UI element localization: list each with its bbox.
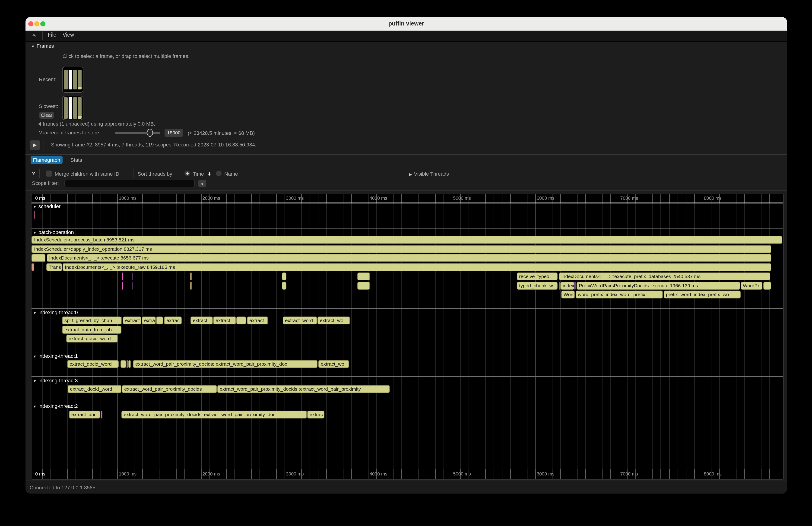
scope-bar[interactable]: split_grenad_by_chun xyxy=(62,317,121,324)
thread-header[interactable]: ▼indexing-thread:2 xyxy=(33,403,78,409)
scope-bar[interactable] xyxy=(132,273,133,280)
scope-bar[interactable]: IndexScheduler>::apply_index_operation 8… xyxy=(32,245,771,253)
scope-bar[interactable] xyxy=(101,410,102,418)
scope-bar[interactable] xyxy=(120,360,126,368)
flamegraph-panel[interactable]: 0 ms0 ms1000 ms1000 ms2000 ms2000 ms3000… xyxy=(31,194,784,480)
frame-bar-selected[interactable] xyxy=(69,97,73,119)
scope-bar[interactable]: IndexDocuments<_, _>::execute_raw 8459.1… xyxy=(62,263,771,271)
scope-bar[interactable]: IndexDocuments<_, _>::execute_prefix_dat… xyxy=(559,273,770,280)
scope-bar[interactable]: IndexDocuments<_, _>::execute 8656.677 m… xyxy=(47,254,771,262)
slider-knob[interactable] xyxy=(147,129,153,137)
ruler-tick xyxy=(560,469,561,479)
thread-header[interactable]: ▼indexing-thread:3 xyxy=(33,378,78,383)
scope-bar[interactable] xyxy=(575,281,576,289)
max-frames-value[interactable]: 18000 xyxy=(164,129,183,137)
scope-bar[interactable]: extract_ xyxy=(190,317,213,324)
frame-bar[interactable] xyxy=(64,97,68,119)
ruler-tick xyxy=(143,469,143,479)
tab-stats[interactable]: Stats xyxy=(70,157,82,163)
ruler-tick xyxy=(109,194,110,203)
scope-bar[interactable] xyxy=(132,281,133,289)
scope-bar[interactable]: extract_docid_word xyxy=(68,385,121,393)
scope-filter-clear-button[interactable]: x xyxy=(198,180,206,187)
scope-bar[interactable] xyxy=(121,317,122,324)
scope-bar[interactable]: PrefixWordPairsProximityDocids::execute … xyxy=(577,281,740,289)
scope-bar[interactable]: Word xyxy=(561,291,575,298)
scope-bar[interactable]: extract_doc xyxy=(69,410,100,418)
scope-bar[interactable]: extract_wo xyxy=(318,360,349,368)
scope-bar[interactable] xyxy=(282,281,287,289)
thread-header[interactable]: ▼indexing-thread:1 xyxy=(33,353,78,359)
scope-bar[interactable]: extract_ xyxy=(213,317,236,324)
scope-bar[interactable]: extract_word_pair_proximity_docids::extr… xyxy=(133,360,318,368)
scope-bar[interactable] xyxy=(357,273,370,280)
scope-bar[interactable]: typed_chunk::w xyxy=(517,281,557,289)
frame-bar[interactable] xyxy=(78,97,82,119)
scope-bar[interactable] xyxy=(122,281,123,289)
scope-bar[interactable]: extract::data_from_ob xyxy=(62,325,121,334)
scope-bar[interactable]: extrac xyxy=(164,317,182,324)
slowest-frames-thumbnail[interactable] xyxy=(62,96,84,120)
thread-header[interactable]: ▼indexing-thread:0 xyxy=(33,309,78,315)
scope-bar[interactable] xyxy=(357,281,370,289)
scope-bar[interactable]: index xyxy=(560,281,574,289)
visible-threads-header[interactable]: ▶Visible Threads xyxy=(409,171,449,177)
scope-bar[interactable] xyxy=(127,360,128,368)
scope-bar[interactable]: extrac xyxy=(307,410,324,418)
scope-bar[interactable] xyxy=(34,211,35,219)
collapse-triangle-icon: ▼ xyxy=(33,405,37,409)
sort-time-radio[interactable] xyxy=(185,171,190,176)
scope-bar[interactable] xyxy=(282,273,287,280)
ruler-tick xyxy=(251,469,252,479)
frame-bar[interactable] xyxy=(73,97,77,119)
menu-view[interactable]: View xyxy=(62,32,74,38)
scope-bar[interactable]: receive_typed_ xyxy=(517,273,557,280)
theme-toggle-icon[interactable]: ✳ xyxy=(32,32,36,39)
thread-header[interactable]: ▼batch-operation xyxy=(33,230,74,235)
scope-bar[interactable]: extract_wo xyxy=(318,317,350,324)
scope-bar[interactable] xyxy=(128,360,131,368)
scope-bar[interactable] xyxy=(32,254,46,262)
scope-bar[interactable]: extract_docid_word xyxy=(67,360,119,368)
ruler-tick xyxy=(326,194,327,203)
tab-flamegraph[interactable]: Flamegraph xyxy=(31,156,62,164)
scope-bar[interactable]: extract_word xyxy=(283,317,317,324)
scope-bar[interactable]: extract_word_pair_proximity_docids::extr… xyxy=(217,385,390,393)
help-button[interactable]: ? xyxy=(32,171,35,176)
recent-frames-thumbnail[interactable] xyxy=(62,67,84,93)
scope-bar[interactable]: Trans xyxy=(46,263,62,271)
scope-bar[interactable]: extract xyxy=(247,317,268,324)
sort-direction-arrow-icon[interactable]: ⬇ xyxy=(207,171,211,177)
scope-bar[interactable]: extract_docid_word xyxy=(66,335,118,343)
scope-bar[interactable]: WordPr xyxy=(741,281,763,289)
clear-button[interactable]: Clear xyxy=(39,112,54,119)
scope-bar[interactable] xyxy=(559,281,560,289)
thread-header[interactable]: ▼scheduler xyxy=(33,203,60,209)
scope-bar[interactable]: prefix_word::index_prefix_wo xyxy=(664,291,741,298)
merge-children-checkbox[interactable] xyxy=(46,171,52,177)
scope-bar[interactable] xyxy=(190,281,192,289)
scope-filter-input[interactable] xyxy=(64,180,195,187)
frame-bar[interactable] xyxy=(64,70,68,89)
menu-file[interactable]: File xyxy=(48,32,56,38)
scope-bar[interactable] xyxy=(156,317,163,324)
scope-bar[interactable]: word_prefix::index_word_prefix_ xyxy=(576,291,663,298)
frame-bar-selected[interactable] xyxy=(69,70,73,89)
scope-bar[interactable] xyxy=(236,317,246,324)
scope-bar[interactable] xyxy=(31,263,34,271)
max-frames-slider[interactable] xyxy=(115,132,160,134)
scope-bar[interactable]: extract_word_pair_proximity_docids xyxy=(122,385,217,393)
frame-bar[interactable] xyxy=(78,70,82,89)
scope-bar[interactable]: extra xyxy=(142,317,156,324)
sort-name-radio[interactable] xyxy=(216,171,221,176)
ruler-tick xyxy=(318,469,318,479)
scope-bar[interactable] xyxy=(190,273,192,280)
frames-header[interactable]: ▼Frames xyxy=(31,43,54,49)
scope-bar[interactable]: extract xyxy=(123,317,141,324)
scope-bar[interactable]: extract_word_pair_proximity_docids::extr… xyxy=(121,410,307,418)
scope-bar[interactable] xyxy=(122,273,123,280)
play-button[interactable]: ▶ xyxy=(30,141,40,150)
scope-bar[interactable] xyxy=(763,281,771,289)
scope-bar[interactable]: IndexScheduler>::process_batch 8953.821 … xyxy=(32,236,782,244)
frame-bar[interactable] xyxy=(73,70,77,89)
